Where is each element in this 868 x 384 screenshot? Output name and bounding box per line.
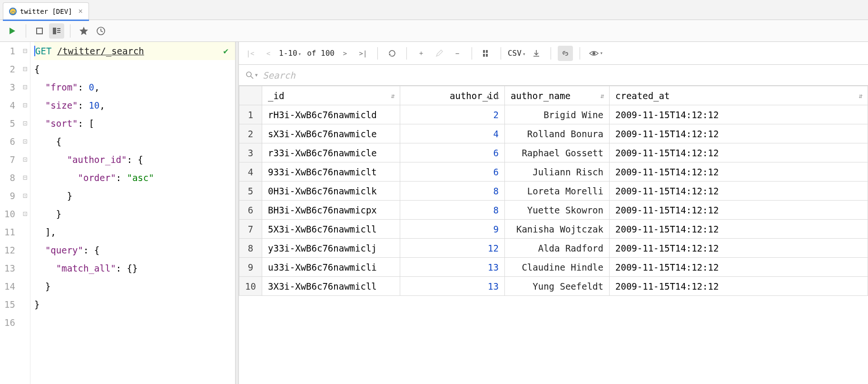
run-button[interactable] (5, 23, 20, 39)
svg-marker-0 (10, 28, 15, 34)
search-input[interactable] (263, 70, 861, 81)
svg-point-13 (592, 52, 595, 55)
table-row[interactable]: 8 y33i-XwB6c76nawmiclj 12 Alda Radford 2… (239, 239, 868, 258)
table-row[interactable]: 1 rH3i-XwB6c76nawmicld 2 Brigid Wine 200… (239, 105, 868, 124)
cell-author-name[interactable]: Rolland Bonura (505, 124, 610, 143)
cell-author-id[interactable]: 8 (400, 182, 505, 201)
row-number[interactable]: 2 (239, 124, 262, 143)
remove-row-button[interactable]: − (450, 46, 465, 61)
next-page-button[interactable]: > (337, 46, 353, 61)
col-author-id[interactable]: author_id▴ 1 (400, 86, 505, 105)
table-row[interactable]: 3 r33i-XwB6c76nawmicle 6 Raphael Gossett… (239, 143, 868, 162)
cell-id[interactable]: BH3i-XwB6c76nawmicpx (262, 201, 400, 220)
table-row[interactable]: 7 5X3i-XwB6c76nawmicll 9 Kanisha Wojtcza… (239, 220, 868, 239)
row-number[interactable]: 1 (239, 105, 262, 124)
star-button[interactable] (76, 23, 91, 39)
cell-created-at[interactable]: 2009-11-15T14:12:12 (610, 258, 868, 277)
cell-author-name[interactable]: Yuette Skowron (505, 201, 610, 220)
col-created-at[interactable]: created_at⇵ (610, 86, 868, 105)
cell-author-name[interactable]: Alda Radford (505, 239, 610, 258)
row-number[interactable]: 6 (239, 201, 262, 220)
link-button[interactable] (558, 46, 573, 61)
row-number[interactable]: 4 (239, 162, 262, 182)
export-format[interactable]: CSV▾ (508, 49, 526, 58)
page-range[interactable]: 1-10▾ (279, 49, 301, 58)
table-row[interactable]: 10 3X3i-XwB6c76nawmicll 13 Yung Seefeldt… (239, 277, 868, 296)
cell-created-at[interactable]: 2009-11-15T14:12:12 (610, 220, 868, 239)
tab-bar: twitter [DEV] × (0, 0, 868, 20)
cell-created-at[interactable]: 2009-11-15T14:12:12 (610, 105, 868, 124)
edit-row-button[interactable] (432, 46, 447, 61)
row-number[interactable]: 3 (239, 143, 262, 162)
cell-created-at[interactable]: 2009-11-15T14:12:12 (610, 201, 868, 220)
columns-button[interactable] (479, 46, 494, 61)
row-number[interactable]: 5 (239, 182, 262, 201)
cell-author-id[interactable]: 9 (400, 220, 505, 239)
cell-id[interactable]: u33i-XwB6c76nawmicli (262, 258, 400, 277)
stop-button[interactable] (32, 23, 47, 39)
tab-twitter[interactable]: twitter [DEV] × (3, 2, 89, 20)
first-page-button[interactable]: |< (243, 46, 258, 61)
cell-author-id[interactable]: 8 (400, 201, 505, 220)
cell-created-at[interactable]: 2009-11-15T14:12:12 (610, 124, 868, 143)
cell-author-id[interactable]: 2 (400, 105, 505, 124)
row-number[interactable]: 9 (239, 258, 262, 277)
table-row[interactable]: 9 u33i-XwB6c76nawmicli 13 Claudine Hindl… (239, 258, 868, 277)
cell-author-id[interactable]: 4 (400, 124, 505, 143)
table-row[interactable]: 2 sX3i-XwB6c76nawmicle 4 Rolland Bonura … (239, 124, 868, 143)
cell-id[interactable]: r33i-XwB6c76nawmicle (262, 143, 400, 162)
cell-author-id[interactable]: 13 (400, 258, 505, 277)
search-options-icon[interactable]: ▾ (255, 72, 258, 78)
cell-author-name[interactable]: Brigid Wine (505, 105, 610, 124)
cell-id[interactable]: 5X3i-XwB6c76nawmicll (262, 220, 400, 239)
cell-id[interactable]: sX3i-XwB6c76nawmicle (262, 124, 400, 143)
history-button[interactable] (93, 23, 108, 39)
col-author-name[interactable]: author_name⇵ (505, 86, 610, 105)
prev-page-button[interactable]: < (261, 46, 276, 61)
cell-id[interactable]: rH3i-XwB6c76nawmicld (262, 105, 400, 124)
cell-author-id[interactable]: 12 (400, 239, 505, 258)
cell-created-at[interactable]: 2009-11-15T14:12:12 (610, 277, 868, 296)
cell-author-name[interactable]: Loreta Morelli (505, 182, 610, 201)
last-page-button[interactable]: >| (355, 46, 371, 61)
row-number[interactable]: 7 (239, 220, 262, 239)
split-handle[interactable] (235, 42, 239, 384)
cell-id[interactable]: 933i-XwB6c76nawmiclt (262, 162, 400, 182)
col-id[interactable]: _id⇵ (262, 86, 400, 105)
cell-id[interactable]: 3X3i-XwB6c76nawmicll (262, 277, 400, 296)
svg-rect-1 (37, 28, 42, 34)
close-icon[interactable]: × (79, 7, 83, 16)
cell-id[interactable]: y33i-XwB6c76nawmiclj (262, 239, 400, 258)
code-editor[interactable]: GET /twitter/_search { "from": 0, "size"… (30, 42, 235, 384)
corner-cell[interactable] (239, 86, 262, 105)
cell-created-at[interactable]: 2009-11-15T14:12:12 (610, 162, 868, 182)
row-number[interactable]: 10 (239, 277, 262, 296)
elastic-icon (9, 8, 17, 15)
cell-author-name[interactable]: Kanisha Wojtczak (505, 220, 610, 239)
cell-author-name[interactable]: Juliann Risch (505, 162, 610, 182)
add-row-button[interactable]: ＋ (414, 46, 429, 61)
search-row: ▾ (239, 65, 868, 86)
eye-button[interactable]: ▾ (587, 46, 605, 61)
editor-toolbar (0, 20, 868, 42)
refresh-button[interactable] (385, 46, 400, 61)
svg-point-14 (247, 72, 251, 77)
svg-rect-11 (483, 54, 485, 57)
cell-created-at[interactable]: 2009-11-15T14:12:12 (610, 239, 868, 258)
cell-created-at[interactable]: 2009-11-15T14:12:12 (610, 143, 868, 162)
table-row[interactable]: 4 933i-XwB6c76nawmiclt 6 Juliann Risch 2… (239, 162, 868, 182)
table-row[interactable]: 6 BH3i-XwB6c76nawmicpx 8 Yuette Skowron … (239, 201, 868, 220)
cell-created-at[interactable]: 2009-11-15T14:12:12 (610, 182, 868, 201)
cell-author-name[interactable]: Claudine Hindle (505, 258, 610, 277)
cell-author-id[interactable]: 6 (400, 162, 505, 182)
cell-author-id[interactable]: 6 (400, 143, 505, 162)
row-number[interactable]: 8 (239, 239, 262, 258)
cell-author-name[interactable]: Raphael Gossett (505, 143, 610, 162)
download-button[interactable] (529, 46, 544, 61)
fold-gutter[interactable]: ⊟⊟⊟⊟⊡⊡⊡⊟⊡⊡ (20, 42, 30, 384)
table-row[interactable]: 5 0H3i-XwB6c76nawmiclk 8 Loreta Morelli … (239, 182, 868, 201)
view-layout-button[interactable] (49, 23, 64, 39)
cell-author-name[interactable]: Yung Seefeldt (505, 277, 610, 296)
cell-id[interactable]: 0H3i-XwB6c76nawmiclk (262, 182, 400, 201)
cell-author-id[interactable]: 13 (400, 277, 505, 296)
